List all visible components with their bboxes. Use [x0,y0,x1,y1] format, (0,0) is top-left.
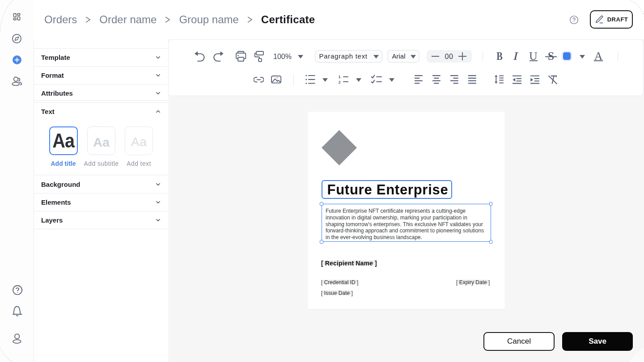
svg-text:1: 1 [338,75,341,79]
svg-text:2: 2 [338,80,340,84]
